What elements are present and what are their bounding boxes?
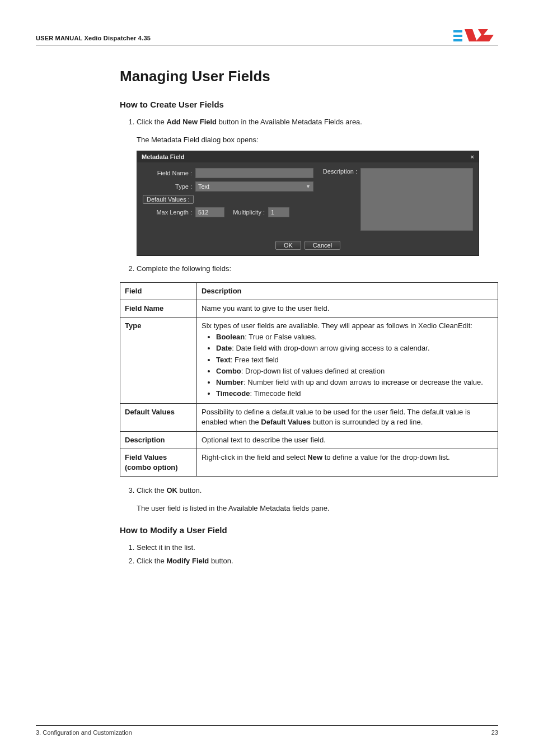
close-icon[interactable]: × — [471, 153, 474, 160]
modify-step-2: Click the Modify Field button. — [137, 556, 498, 566]
label-type: Type : — [143, 183, 195, 190]
input-field-name[interactable] — [195, 168, 313, 178]
chevron-down-icon: ▼ — [306, 184, 311, 189]
svg-rect-2 — [453, 39, 462, 41]
label-description: Description : — [318, 168, 360, 175]
svg-rect-0 — [453, 30, 462, 32]
create-step-2: Complete the following fields: — [137, 264, 498, 274]
modify-step-1: Select it in the list. — [137, 543, 498, 553]
row-type-desc: Six types of user fields are available. … — [197, 317, 498, 403]
label-multiplicity: Multiplicity : — [224, 209, 268, 216]
th-field: Field — [120, 282, 197, 300]
row-field-values-label: Field Values (combo option) — [120, 449, 197, 476]
create-step3-sub: The user field is listed in the Availabl… — [137, 503, 498, 514]
ok-button[interactable]: OK — [275, 241, 301, 250]
row-type-label: Type — [120, 317, 197, 403]
fields-table: Field Description Field Name Name you wa… — [120, 282, 498, 477]
section-create-heading: How to Create User Fields — [120, 100, 498, 109]
page-heading: Managing User Fields — [120, 68, 498, 85]
footer-page-number: 23 — [491, 729, 498, 736]
th-description: Description — [197, 282, 498, 300]
row-field-values-desc: Right-click in the field and select New … — [197, 449, 498, 476]
textarea-description[interactable] — [360, 168, 473, 231]
create-step1-sub: The Metadata Field dialog box opens: — [137, 135, 498, 145]
section-modify-heading: How to Modify a User Field — [120, 525, 498, 535]
cancel-button[interactable]: Cancel — [305, 241, 340, 250]
row-field-name-label: Field Name — [120, 300, 197, 317]
manual-title: USER MANUAL Xedio Dispatcher 4.35 — [36, 35, 151, 41]
evs-logo — [453, 27, 498, 41]
dialog-title: Metadata Field — [142, 153, 184, 160]
default-values-button[interactable]: Default Values : — [143, 195, 194, 204]
label-field-name: Field Name : — [143, 170, 195, 176]
row-description-desc: Optional text to describe the user field… — [197, 431, 498, 449]
row-description-label: Description — [120, 431, 197, 449]
label-max-length: Max Length : — [143, 209, 195, 216]
footer-chapter: 3. Configuration and Customization — [36, 729, 132, 736]
select-type[interactable]: Text ▼ — [195, 181, 313, 192]
create-step-3: Click the OK button. — [137, 486, 498, 496]
create-step-1: Click the Add New Field button in the Av… — [137, 117, 498, 127]
row-default-values-desc: Possibility to define a default value to… — [197, 404, 498, 431]
input-max-length[interactable]: 512 — [195, 207, 224, 217]
row-default-values-label: Default Values — [120, 404, 197, 431]
svg-rect-1 — [453, 35, 462, 37]
row-field-name-desc: Name you want to give to the user field. — [197, 300, 498, 317]
metadata-field-dialog: Metadata Field × Field Name : Type : Tex… — [137, 151, 479, 256]
input-multiplicity[interactable]: 1 — [268, 207, 289, 217]
